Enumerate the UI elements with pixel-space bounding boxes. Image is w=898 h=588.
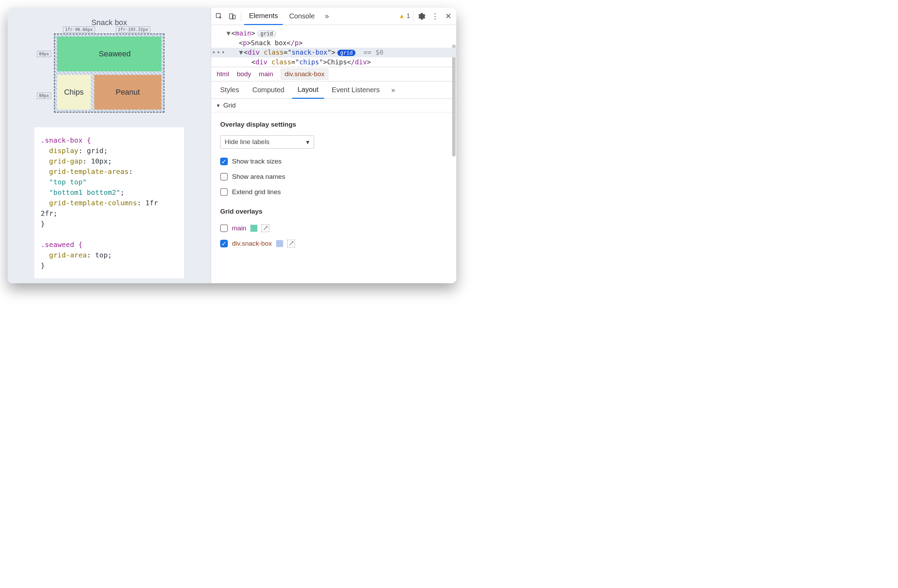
warning-icon: ▲ xyxy=(398,12,405,20)
css-brace: } xyxy=(41,261,45,269)
css-string: "top top" xyxy=(49,178,87,186)
highlight-icon[interactable] xyxy=(261,225,269,232)
css-prop: grid-template-areas xyxy=(49,167,129,176)
tab-console[interactable]: Console xyxy=(284,8,319,25)
track-label-col2: 2fr·193.32px xyxy=(116,26,150,33)
dom-attr-val: snack-box xyxy=(291,48,327,56)
line-labels-select[interactable]: Hide line labels ▾ xyxy=(220,135,314,149)
grid-overlays-title: Grid overlays xyxy=(220,208,447,215)
cell-peanut: Peanut xyxy=(94,75,161,109)
bc-body[interactable]: body xyxy=(237,70,251,78)
dom-tag: p xyxy=(243,39,247,47)
dom-tag: div xyxy=(248,48,260,56)
dom-tag: div xyxy=(255,58,267,66)
scrollbar[interactable] xyxy=(452,101,456,157)
bc-main[interactable]: main xyxy=(259,70,273,78)
overlay-settings-title: Overlay display settings xyxy=(220,121,447,128)
grid-badge[interactable]: grid xyxy=(257,30,276,37)
dom-text: Chips xyxy=(327,58,347,66)
bc-html[interactable]: html xyxy=(217,70,229,78)
checkbox-overlay-main[interactable] xyxy=(220,225,228,232)
cell-seaweed: Seaweed xyxy=(57,37,161,71)
checkbox-area-names[interactable] xyxy=(220,173,228,180)
dom-tag: /p xyxy=(291,39,299,47)
swatch-main[interactable] xyxy=(251,225,257,232)
label-extend-lines: Extend grid lines xyxy=(232,188,281,196)
grid-overlay-wrap: 1fr·96.66px 2fr·193.32px 80px 80px Seawe… xyxy=(54,34,165,113)
grid-section-title: Grid xyxy=(223,102,236,109)
subtab-layout[interactable]: Layout xyxy=(292,82,324,99)
css-val: : top; xyxy=(87,251,112,259)
chevron-down-icon: ▾ xyxy=(306,138,309,146)
overlay-name-main[interactable]: main xyxy=(232,225,246,232)
close-icon[interactable]: ✕ xyxy=(442,11,454,22)
page-title: Snack box xyxy=(91,18,127,27)
track-label-row1: 80px xyxy=(37,51,51,57)
track-label-row2: 80px xyxy=(37,92,51,99)
disclose-icon: ▼ xyxy=(216,103,220,108)
layout-panel-body: Overlay display settings Hide line label… xyxy=(211,112,456,256)
dom-attr-name: class xyxy=(264,48,283,56)
grid-section-header[interactable]: ▼ Grid xyxy=(211,99,456,112)
css-val: : xyxy=(129,167,133,176)
checkbox-extend-lines[interactable] xyxy=(220,188,228,196)
css-brace: } xyxy=(41,220,45,228)
subtab-listeners[interactable]: Event Listeners xyxy=(326,82,385,99)
dom-attr-name: class xyxy=(271,58,291,66)
subtab-computed[interactable]: Computed xyxy=(247,82,290,99)
css-term: ; xyxy=(120,188,125,197)
devtools-panel: Elements Console » ▲ 1 ⋮ ✕ ▼<main>grid <… xyxy=(211,8,456,283)
row-actions-icon[interactable]: ••• xyxy=(212,48,226,57)
css-prop: grid-gap xyxy=(49,157,82,165)
checkbox-overlay-snackbox[interactable]: ✓ xyxy=(220,240,228,247)
separator xyxy=(241,11,241,22)
more-subtabs-icon[interactable]: » xyxy=(387,84,399,96)
css-val: : grid; xyxy=(78,146,108,155)
css-string: "bottom1 bottom2" xyxy=(49,188,120,197)
css-selector-1: .snack-box { xyxy=(41,136,91,145)
css-code-block: .snack-box { display: grid; grid-gap: 10… xyxy=(34,127,184,279)
kebab-icon[interactable]: ⋮ xyxy=(429,11,441,22)
css-prop: display xyxy=(49,146,78,155)
grid-badge-active[interactable]: grid xyxy=(337,50,355,56)
breadcrumb: html body main div.snack-box xyxy=(211,67,456,82)
bc-current[interactable]: div.snack-box xyxy=(281,69,328,80)
dom-tree[interactable]: ▼<main>grid <p>Snack box</p> ••• ▼<div c… xyxy=(211,25,456,67)
dom-eq0: == $0 xyxy=(363,48,383,56)
overlay-name-snackbox[interactable]: div.snack-box xyxy=(232,240,272,247)
dom-tag: main xyxy=(235,29,251,37)
dom-text: Snack box xyxy=(251,39,287,47)
more-tabs-icon[interactable]: » xyxy=(321,11,333,22)
inspect-icon[interactable] xyxy=(213,11,225,22)
dom-attr-val: chips xyxy=(299,58,319,66)
gear-icon[interactable] xyxy=(416,11,428,22)
devtools-toolbar: Elements Console » ▲ 1 ⋮ ✕ xyxy=(211,8,456,25)
css-selector-2: .seaweed { xyxy=(41,240,82,249)
page-preview: Snack box 1fr·96.66px 2fr·193.32px 80px … xyxy=(8,8,211,283)
sidebar-subtabs: Styles Computed Layout Event Listeners » xyxy=(211,82,456,99)
select-value: Hide line labels xyxy=(224,138,269,146)
device-toggle-icon[interactable] xyxy=(226,11,238,22)
warnings-badge[interactable]: ▲ 1 xyxy=(398,12,410,20)
css-prop: grid-area xyxy=(49,251,87,259)
css-prop: grid-template-columns xyxy=(49,199,137,207)
devtools-window: Snack box 1fr·96.66px 2fr·193.32px 80px … xyxy=(8,8,456,283)
label-area-names: Show area names xyxy=(232,173,285,180)
subtab-styles[interactable]: Styles xyxy=(215,82,244,99)
snack-box-grid: Seaweed Chips Peanut xyxy=(55,34,163,112)
track-label-col1: 1fr·96.66px xyxy=(63,26,95,33)
highlight-icon[interactable] xyxy=(287,240,295,247)
checkbox-track-sizes[interactable]: ✓ xyxy=(220,158,228,165)
tab-elements[interactable]: Elements xyxy=(244,8,283,25)
label-track-sizes: Show track sizes xyxy=(232,158,282,165)
grid-dashed-border: Seaweed Chips Peanut xyxy=(54,34,165,113)
css-val: : 10px; xyxy=(82,157,112,165)
swatch-snackbox[interactable] xyxy=(276,240,283,247)
separator xyxy=(413,11,413,22)
cell-chips: Chips xyxy=(57,75,91,109)
dom-tag: /div xyxy=(351,58,367,66)
warning-count: 1 xyxy=(407,12,410,20)
